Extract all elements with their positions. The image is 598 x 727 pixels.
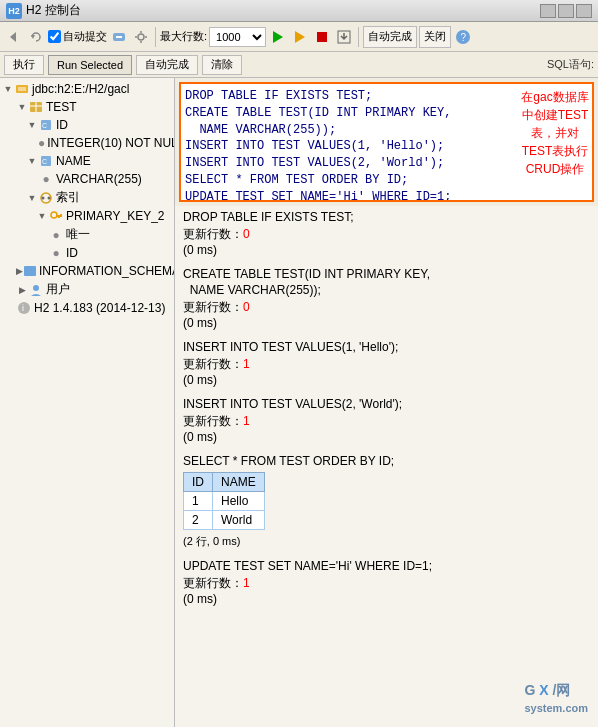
col-name-type-node: ● VARCHAR(255): [2, 170, 172, 188]
col-id-type-label: INTEGER(10) NOT NULL: [47, 136, 175, 150]
settings-icon[interactable]: [131, 27, 151, 47]
app-icon: H2: [6, 3, 22, 19]
result-2-sql: CREATE TABLE TEST(ID INT PRIMARY KEY,: [183, 267, 590, 281]
forward-icon[interactable]: [26, 27, 46, 47]
table-row: 2 World: [184, 511, 265, 530]
col-name-label: NAME: [56, 154, 91, 168]
result-3-count: 1: [243, 357, 250, 371]
back-icon[interactable]: [4, 27, 24, 47]
auto-commit-label[interactable]: 自动提交: [48, 29, 107, 44]
run-selected-icon[interactable]: [290, 27, 310, 47]
svg-point-28: [33, 285, 39, 291]
index-icon: [38, 190, 54, 206]
info-schema-expand[interactable]: ▶: [16, 265, 23, 277]
result-1-count: 0: [243, 227, 250, 241]
svg-rect-3: [116, 36, 122, 38]
pk-node[interactable]: ▼ PRIMARY_KEY_2: [2, 207, 172, 225]
maximize-button[interactable]: [558, 4, 574, 18]
result-3-time: (0 ms): [183, 373, 590, 387]
annotation: 在gac数据库中创建TEST表，并对TEST表执行CRUD操作: [520, 88, 590, 178]
auto-complete-button[interactable]: 自动完成: [136, 55, 198, 75]
main-content: ▼ jdbc:h2:E:/H2/gacl ▼ TEST ▼ C ID ● INT…: [0, 78, 598, 727]
result-4-sql: INSERT INTO TEST VALUES(2, 'World');: [183, 397, 590, 411]
users-expand[interactable]: ▶: [16, 284, 28, 296]
table-icon: [28, 99, 44, 115]
sql-line-7: UPDATE TEST SET NAME='Hi' WHERE ID=1;: [185, 189, 588, 202]
svg-rect-25: [60, 214, 62, 216]
result-2-count: 0: [243, 300, 250, 314]
export-icon[interactable]: [334, 27, 354, 47]
auto-commit-checkbox[interactable]: [48, 30, 61, 43]
version-node: i H2 1.4.183 (2014-12-13): [2, 299, 172, 317]
row1-id: 1: [184, 492, 213, 511]
pk-col-id-label: ID: [66, 246, 78, 260]
result-6-count: 1: [243, 576, 250, 590]
col-id-expand[interactable]: ▼: [26, 119, 38, 131]
run-icon[interactable]: [268, 27, 288, 47]
svg-text:C: C: [42, 122, 47, 129]
result-5-summary: (2 行, 0 ms): [183, 534, 590, 549]
svg-text:C: C: [42, 158, 47, 165]
index-expand[interactable]: ▼: [26, 192, 38, 204]
tree-panel: ▼ jdbc:h2:E:/H2/gacl ▼ TEST ▼ C ID ● INT…: [0, 78, 175, 727]
svg-rect-27: [24, 266, 36, 276]
result-5-sql: SELECT * FROM TEST ORDER BY ID;: [183, 454, 590, 468]
info-schema-icon: [23, 263, 37, 279]
watermark-line2: system.com: [524, 702, 588, 714]
version-label: H2 1.4.183 (2014-12-13): [34, 301, 165, 315]
connection-node[interactable]: ▼ jdbc:h2:E:/H2/gacl: [2, 80, 172, 98]
connection-expand[interactable]: ▼: [2, 83, 14, 95]
watermark-line1: G X /网: [524, 682, 570, 698]
max-rows-select[interactable]: 1000 100 10000: [209, 27, 266, 47]
svg-rect-26: [58, 216, 60, 218]
result-table: ID NAME 1 Hello 2 World: [183, 472, 265, 530]
pk-col-id-node: ● ID: [2, 244, 172, 262]
table-test-node[interactable]: ▼ TEST: [2, 98, 172, 116]
svg-text:i: i: [22, 303, 24, 313]
result-6: UPDATE TEST SET NAME='Hi' WHERE ID=1; 更新…: [183, 559, 590, 606]
result-6-update: 更新行数：1: [183, 575, 590, 592]
svg-text:?: ?: [461, 32, 467, 43]
execute-button[interactable]: 执行: [4, 55, 44, 75]
titlebar: H2 H2 控制台: [0, 0, 598, 22]
users-node[interactable]: ▶ 用户: [2, 280, 172, 299]
info-schema-node[interactable]: ▶ INFORMATION_SCHEMA: [2, 262, 172, 280]
max-rows-label: 最大行数:: [160, 29, 207, 44]
col-header-name: NAME: [213, 473, 265, 492]
result-4-update: 更新行数：1: [183, 413, 590, 430]
result-3-sql: INSERT INTO TEST VALUES(1, 'Hello');: [183, 340, 590, 354]
auto-complete-btn[interactable]: 自动完成: [363, 26, 417, 48]
action-toolbar: 执行 Run Selected 自动完成 清除 SQL语句:: [0, 52, 598, 78]
stop-icon[interactable]: [312, 27, 332, 47]
result-3-update: 更新行数：1: [183, 356, 590, 373]
connection-icon: [14, 81, 30, 97]
pk-icon: [48, 208, 64, 224]
minimize-button[interactable]: [540, 4, 556, 18]
close-button[interactable]: [576, 4, 592, 18]
index-node[interactable]: ▼ 索引: [2, 188, 172, 207]
result-4-time: (0 ms): [183, 430, 590, 444]
result-6-sql: UPDATE TEST SET NAME='Hi' WHERE ID=1;: [183, 559, 590, 573]
users-label: 用户: [46, 281, 70, 298]
col-name-expand[interactable]: ▼: [26, 155, 38, 167]
close-btn[interactable]: 关闭: [419, 26, 451, 48]
clear-button[interactable]: 清除: [202, 55, 242, 75]
svg-marker-0: [10, 32, 16, 42]
row2-name: World: [213, 511, 265, 530]
help-icon[interactable]: ?: [453, 27, 473, 47]
col-id-type-icon: ●: [38, 135, 45, 151]
svg-marker-5: [273, 31, 283, 43]
run-selected-button[interactable]: Run Selected: [48, 55, 132, 75]
col-name-type-icon: ●: [38, 171, 54, 187]
svg-rect-7: [317, 32, 327, 42]
svg-rect-12: [18, 87, 26, 91]
col-id-label: ID: [56, 118, 68, 132]
connect-icon[interactable]: [109, 27, 129, 47]
col-id-node[interactable]: ▼ C ID: [2, 116, 172, 134]
pk-expand[interactable]: ▼: [36, 210, 48, 222]
col-name-node[interactable]: ▼ C NAME: [2, 152, 172, 170]
result-4: INSERT INTO TEST VALUES(2, 'World'); 更新行…: [183, 397, 590, 444]
table-test-expand[interactable]: ▼: [16, 101, 28, 113]
svg-point-29: [18, 302, 30, 314]
titlebar-title: H2 控制台: [26, 2, 538, 19]
